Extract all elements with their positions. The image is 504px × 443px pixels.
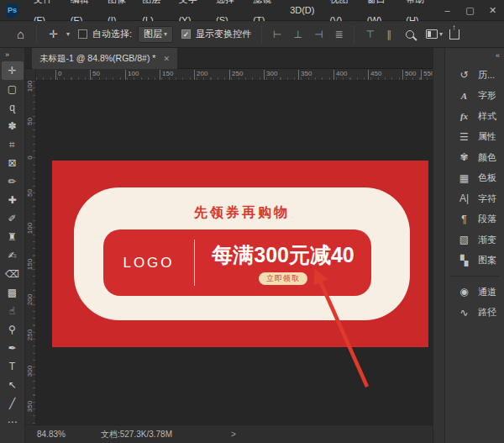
maximize-button[interactable]: ▢ <box>459 0 481 21</box>
distribute-icon[interactable]: ≣ <box>328 29 349 40</box>
tool-clone-stamp[interactable]: ♜ <box>2 228 24 246</box>
chevron-down-icon[interactable]: ▾ <box>439 30 443 38</box>
menu-3d[interactable]: 3D(D) <box>282 0 322 21</box>
ruler-tick: 50 <box>90 70 100 80</box>
path-selection-icon: ↖ <box>8 379 16 391</box>
panel-gradients[interactable]: ▧ 渐变 <box>445 229 504 251</box>
ruler-tick: 300 <box>264 70 277 80</box>
ruler-tick: 100 <box>26 80 34 93</box>
expand-toolbar-icon[interactable]: » <box>0 48 9 61</box>
pen-icon: ✒ <box>8 342 16 354</box>
tool-move[interactable]: ✛ <box>2 61 24 80</box>
panel-history[interactable]: ↺ 历... <box>445 65 504 86</box>
align-right-edges-icon[interactable]: ⊣ <box>308 29 328 40</box>
tool-spot-healing-brush[interactable]: ✚ <box>2 191 24 209</box>
home-icon[interactable]: ⌂ <box>10 27 31 41</box>
ruler-tick: 400 <box>333 70 347 80</box>
ruler-tick: 50 <box>26 115 34 129</box>
panel-glyphs[interactable]: A 字形 <box>445 86 504 107</box>
ruler-tick: 100 <box>125 70 139 80</box>
panel-swatches[interactable]: ▦ 色板 <box>445 168 504 189</box>
panel-styles[interactable]: fx 样式 <box>445 106 504 127</box>
properties-icon: ☰ <box>457 131 471 143</box>
tool-rectangular-marquee[interactable]: ▢ <box>2 80 24 98</box>
panel-channels[interactable]: ◉ 通道 <box>445 282 504 303</box>
gradient-icon: ▧ <box>457 234 471 245</box>
collapse-dock-icon[interactable]: « <box>496 51 500 60</box>
document-tab[interactable]: 未标题-1 @ 84.8%(RGB/8#) * ✕ <box>32 48 177 69</box>
tool-gradient[interactable]: ▩ <box>2 283 24 302</box>
eraser-icon: ⌫ <box>5 268 19 280</box>
tool-quick-selection[interactable]: ✽ <box>2 117 24 135</box>
tool-path-selection[interactable]: ↖ <box>2 376 24 394</box>
auto-select-dropdown[interactable]: 图层 ▾ <box>138 26 173 43</box>
workspace-switcher-icon[interactable] <box>426 29 438 39</box>
align-left-edges-icon[interactable]: ⊢ <box>267 29 287 40</box>
banner-headline: 先领券再购物 <box>74 204 410 222</box>
tool-lasso[interactable]: ɋ <box>2 98 24 117</box>
logo-text: LOGO <box>103 229 194 296</box>
status-chevron-icon[interactable]: > <box>231 430 236 439</box>
brush-icon: ✐ <box>8 213 16 224</box>
tool-crop[interactable]: ⌗ <box>2 135 24 154</box>
tool-smudge[interactable]: ☝ <box>2 302 24 320</box>
offer-zone: 每满300元减40 立即领取 <box>195 229 371 296</box>
search-icon[interactable] <box>406 30 414 39</box>
distribute-horizontal-icon[interactable]: ∥ <box>381 29 397 40</box>
canvas-viewport[interactable]: 先领券再购物 LOGO 每满300元减40 立即领取 <box>36 81 433 425</box>
auto-select-label: 自动选择: <box>92 28 132 40</box>
tool-pen[interactable]: ✒ <box>2 339 24 357</box>
document-size-info[interactable]: 文档:527.3K/3.78M <box>101 429 172 440</box>
separator <box>36 25 37 44</box>
close-tab-icon[interactable]: ✕ <box>163 55 170 63</box>
status-bar: 84.83% 文档:527.3K/3.78M > <box>25 425 433 443</box>
dodge-icon: ⚲ <box>8 324 16 335</box>
photoshop-window: Ps 文件(F) 编辑(E) 图像(I) 图层(L) 文字(Y) 选择(S) 滤… <box>0 0 504 443</box>
crop-icon: ⌗ <box>9 139 15 150</box>
align-vertical-centers-icon[interactable]: ⊥ <box>288 29 308 40</box>
panel-properties[interactable]: ☰ 属性 <box>445 127 504 148</box>
history-icon: ↺ <box>457 69 471 81</box>
character-icon: A| <box>457 192 471 204</box>
panel-patterns[interactable]: ▚ 图案 <box>445 251 504 272</box>
panel-paragraph[interactable]: ¶ 段落 <box>445 209 504 230</box>
paragraph-icon: ¶ <box>457 214 471 225</box>
separator <box>261 25 262 44</box>
ruler-tick: 100 <box>26 222 34 235</box>
ruler-tick: 0 <box>55 70 61 80</box>
share-icon[interactable] <box>449 29 459 40</box>
chevron-down-icon[interactable]: ▾ <box>66 30 70 38</box>
panel-color[interactable]: ✾ 颜色 <box>445 147 504 168</box>
show-transform-checkbox[interactable]: ✓ <box>181 29 191 39</box>
ruler-tick: 350 <box>298 70 312 80</box>
vertical-ruler: 100 50 0 50 100 150 200 250 300 350 <box>25 81 36 425</box>
tool-eraser[interactable]: ⌫ <box>2 265 24 283</box>
tool-history-brush[interactable]: ✍ <box>2 246 24 265</box>
ruler-tick: 500 <box>402 70 416 80</box>
color-icon: ✾ <box>457 151 471 163</box>
history-brush-icon: ✍ <box>8 250 16 261</box>
tool-dodge[interactable]: ⚲ <box>2 320 24 339</box>
edit-toolbar-more[interactable]: ⋯ <box>2 413 24 431</box>
tool-frame[interactable]: ⊠ <box>2 154 24 172</box>
line-icon: ╱ <box>9 398 15 409</box>
panel-paths[interactable]: ∿ 路径 <box>445 303 504 324</box>
panel-dock: « ↺ 历... A 字形 fx 样式 ☰ 属性 <box>433 48 504 443</box>
panel-character[interactable]: A| 字符 <box>445 188 504 209</box>
move-tool-icon[interactable]: ✛ <box>42 28 65 40</box>
clone-stamp-icon: ♜ <box>8 231 17 243</box>
tool-eyedropper[interactable]: ✏ <box>2 172 24 191</box>
ruler-tick: 300 <box>26 365 34 378</box>
close-button[interactable]: ✕ <box>481 0 504 21</box>
align-top-edges-icon[interactable]: ⊤ <box>360 29 380 40</box>
type-icon: T <box>9 361 15 372</box>
tool-type[interactable]: T <box>2 357 24 376</box>
auto-select-checkbox[interactable] <box>78 29 87 39</box>
tool-brush[interactable]: ✐ <box>2 209 24 228</box>
tool-line[interactable]: ╱ <box>2 394 24 413</box>
fx-icon: fx <box>457 111 471 121</box>
minimize-button[interactable]: – <box>436 0 459 21</box>
ruler-tick: 50 <box>26 187 34 200</box>
zoom-level-field[interactable]: 84.83% <box>37 430 66 439</box>
canvas-image[interactable]: 先领券再购物 LOGO 每满300元减40 立即领取 <box>52 161 428 347</box>
